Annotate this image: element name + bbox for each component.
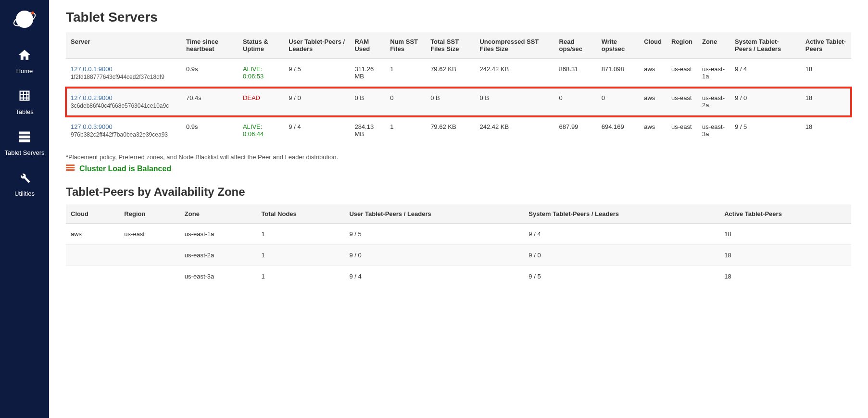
cell-az-region: us-east — [119, 224, 180, 245]
th-user-peers: User Tablet-Peers / Leaders — [284, 32, 350, 59]
server-uuid: 1f2fd188777643cf944ced2f37c18df9 — [71, 74, 176, 80]
nav-label: Tables — [15, 108, 34, 115]
cell-az-user-peers: 9 / 4 — [344, 266, 524, 287]
table-row: us-east-3a19 / 49 / 518 — [66, 266, 851, 287]
cell-total-sst: 0 B — [426, 88, 475, 116]
svg-rect-4 — [19, 136, 30, 139]
cell-az-total-nodes: 1 — [256, 224, 344, 245]
cell-total-sst: 79.62 KB — [426, 116, 475, 145]
table-row: awsus-eastus-east-1a19 / 59 / 418 — [66, 224, 851, 245]
cell-cloud: aws — [639, 88, 667, 116]
nav-home[interactable]: Home — [0, 41, 49, 82]
th-total-sst: Total SST Files Size — [426, 32, 475, 59]
tablet-servers-table: Server Time since heartbeat Status & Upt… — [66, 32, 851, 145]
cell-ram: 311.26 MB — [350, 59, 385, 88]
cell-user-peers: 9 / 0 — [284, 88, 350, 116]
cell-read-ops: 0 — [554, 88, 597, 116]
th-az-sys-peers: System Tablet-Peers / Leaders — [524, 204, 719, 224]
cell-az-cloud: aws — [66, 224, 119, 245]
th-region: Region — [667, 32, 697, 59]
cluster-balance-row: Cluster Load is Balanced — [66, 165, 851, 173]
cell-num-sst: 0 — [385, 88, 426, 116]
logo-icon[interactable] — [13, 7, 37, 31]
cell-region: us-east — [667, 59, 697, 88]
cell-zone: us-east-3a — [697, 116, 730, 145]
nav-tables[interactable]: Tables — [0, 82, 49, 123]
server-uuid: 3c6deb86f40c4f668e5763041ce10a9c — [71, 102, 176, 109]
table-row: 127.0.0.3:9000976b382c2ff442f7ba0bea32e3… — [66, 116, 851, 145]
cell-az-region — [119, 245, 180, 266]
th-num-sst: Num SST Files — [385, 32, 426, 59]
cell-az-total-nodes: 1 — [256, 266, 344, 287]
cell-zone: us-east-2a — [697, 88, 730, 116]
th-heartbeat: Time since heartbeat — [181, 32, 238, 59]
cell-num-sst: 1 — [385, 116, 426, 145]
th-az-active-peers: Active Tablet-Peers — [719, 204, 851, 224]
th-az-total-nodes: Total Nodes — [256, 204, 344, 224]
page-title: Tablet Servers — [66, 10, 851, 25]
cell-sys-peers: 9 / 0 — [730, 88, 801, 116]
table-row: 127.0.0.2:90003c6deb86f40c4f668e5763041c… — [66, 88, 851, 116]
cluster-balance-text: Cluster Load is Balanced — [79, 165, 171, 173]
cell-active-peers: 18 — [801, 116, 851, 145]
th-ram: RAM Used — [350, 32, 385, 59]
cell-sys-peers: 9 / 4 — [730, 59, 801, 88]
server-link[interactable]: 127.0.0.2:9000 — [71, 94, 113, 101]
cell-region: us-east — [667, 88, 697, 116]
th-write-ops: Write ops/sec — [597, 32, 639, 59]
nav-label: Tablet Servers — [4, 149, 44, 156]
nav-tablet-servers[interactable]: Tablet Servers — [0, 123, 49, 164]
svg-rect-7 — [66, 167, 75, 168]
server-uuid: 976b382c2ff442f7ba0bea32e39cea93 — [71, 131, 176, 138]
th-sys-peers: System Tablet-Peers / Leaders — [730, 32, 801, 59]
servers-icon — [18, 130, 31, 146]
cell-az-user-peers: 9 / 5 — [344, 224, 524, 245]
cell-total-sst: 79.62 KB — [426, 59, 475, 88]
cell-heartbeat: 0.9s — [181, 59, 238, 88]
svg-rect-3 — [19, 132, 30, 135]
table-icon — [18, 89, 31, 105]
cell-az-user-peers: 9 / 0 — [344, 245, 524, 266]
cell-status: DEAD — [238, 88, 284, 116]
th-uncompressed: Uncompressed SST Files Size — [475, 32, 554, 59]
th-zone: Zone — [697, 32, 730, 59]
cell-zone: us-east-1a — [697, 59, 730, 88]
cell-region: us-east — [667, 116, 697, 145]
cell-write-ops: 871.098 — [597, 59, 639, 88]
th-az-user-peers: User Tablet-Peers / Leaders — [344, 204, 524, 224]
az-title: Tablet-Peers by Availability Zone — [66, 185, 851, 199]
th-az-region: Region — [119, 204, 180, 224]
nav-label: Utilities — [14, 190, 35, 197]
cell-az-cloud — [66, 245, 119, 266]
th-az-cloud: Cloud — [66, 204, 119, 224]
th-active-peers: Active Tablet-Peers — [801, 32, 851, 59]
cell-status: ALIVE:0:06:53 — [238, 59, 284, 88]
th-server: Server — [66, 32, 181, 59]
placement-footnote: *Placement policy, Preferred zones, and … — [66, 153, 851, 161]
home-icon — [18, 48, 31, 64]
cell-status: ALIVE:0:06:44 — [238, 116, 284, 145]
cell-heartbeat: 0.9s — [181, 116, 238, 145]
nav-utilities[interactable]: Utilities — [0, 164, 49, 204]
th-az-zone: Zone — [180, 204, 257, 224]
cell-az-active-peers: 18 — [719, 266, 851, 287]
main-content: Tablet Servers Server Time since heartbe… — [49, 0, 868, 418]
server-link[interactable]: 127.0.0.3:9000 — [71, 123, 113, 130]
th-cloud: Cloud — [639, 32, 667, 59]
cell-az-active-peers: 18 — [719, 224, 851, 245]
th-read-ops: Read ops/sec — [554, 32, 597, 59]
cell-az-zone: us-east-1a — [180, 224, 257, 245]
cell-write-ops: 0 — [597, 88, 639, 116]
cell-num-sst: 1 — [385, 59, 426, 88]
table-row: us-east-2a19 / 09 / 018 — [66, 245, 851, 266]
cell-user-peers: 9 / 4 — [284, 116, 350, 145]
svg-rect-8 — [66, 169, 75, 171]
server-link[interactable]: 127.0.0.1:9000 — [71, 65, 113, 73]
cell-sys-peers: 9 / 5 — [730, 116, 801, 145]
cell-ram: 284.13 MB — [350, 116, 385, 145]
balance-icon — [66, 165, 75, 173]
cell-az-zone: us-east-3a — [180, 266, 257, 287]
cell-az-active-peers: 18 — [719, 245, 851, 266]
az-table: Cloud Region Zone Total Nodes User Table… — [66, 204, 851, 287]
sidebar: Home Tables Tablet Servers Utilities — [0, 0, 49, 418]
